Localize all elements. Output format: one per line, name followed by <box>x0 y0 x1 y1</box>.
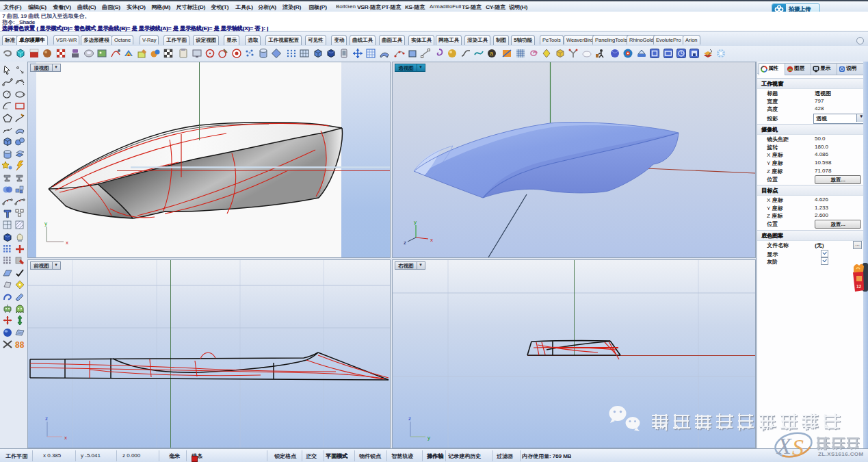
svg-text:z: z <box>408 415 411 422</box>
svg-text:z: z <box>404 240 406 246</box>
svg-text:y: y <box>414 219 417 225</box>
svg-text:x: x <box>64 435 67 441</box>
svg-text:x: x <box>66 240 68 246</box>
svg-text:y: y <box>428 435 430 441</box>
svg-text:x: x <box>430 237 433 243</box>
svg-text:a: a <box>490 50 493 57</box>
svg-text:y: y <box>44 220 47 227</box>
svg-text:z: z <box>45 415 48 422</box>
svg-text:88: 88 <box>15 340 25 350</box>
